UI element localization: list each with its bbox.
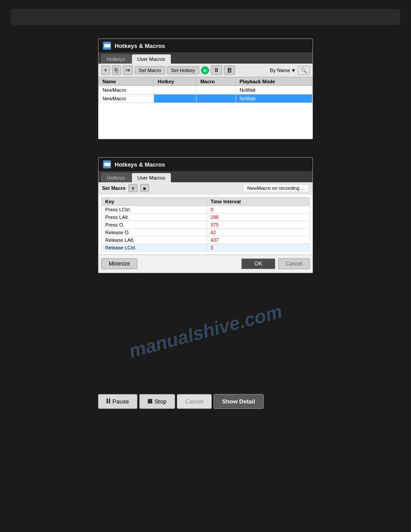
- set-macro-label: Set Macro: [102, 185, 126, 191]
- pause-recording-button[interactable]: ⏸: [128, 184, 137, 192]
- cancel-button[interactable]: Cancel: [278, 258, 310, 269]
- watermark-area: manualshive.com: [98, 291, 313, 372]
- panel1-title-bar: ⌨ Hotkeys & Macros: [98, 39, 313, 52]
- key-name: Release LAlt.: [102, 236, 207, 244]
- table-row[interactable]: Press O. 375: [102, 221, 310, 229]
- cancel-bottom-label: Cancel: [185, 398, 203, 405]
- stop-label: Stop: [154, 398, 167, 405]
- pause-icon: [107, 398, 110, 405]
- stop-recording-button[interactable]: ■: [140, 184, 149, 192]
- table-row[interactable]: Press LAlt. 296: [102, 214, 310, 221]
- delete-button[interactable]: 🗑: [224, 65, 235, 75]
- tab-user-macros-1[interactable]: User Macros: [132, 54, 171, 64]
- set-hotkey-button[interactable]: Set Hotkey: [167, 66, 199, 74]
- col-name: Name: [99, 77, 154, 86]
- table-row[interactable]: Release LAlt. 437: [102, 236, 310, 244]
- watermark-text: manualshive.com: [127, 300, 285, 362]
- panel2-title: Hotkeys & Macros: [115, 161, 165, 168]
- macros-table: Name Hotkey Macro Playback Mode NewMacro…: [98, 77, 313, 103]
- import-button[interactable]: ⎘: [112, 65, 121, 75]
- tab-hotkeys-1[interactable]: Hotkeys: [101, 54, 131, 64]
- sort-label: By Name: [270, 68, 290, 73]
- key-interval: 375: [207, 221, 310, 229]
- panel1-title: Hotkeys & Macros: [115, 43, 165, 49]
- tab-hotkeys-2[interactable]: Hotkeys: [101, 173, 131, 182]
- panel2-tabs: Hotkeys User Macros: [98, 171, 313, 182]
- panel1-icon: ⌨: [103, 42, 111, 50]
- panel2-title-bar: ⌨ Hotkeys & Macros: [98, 158, 313, 171]
- table-row[interactable]: NewMacro NoWait: [99, 86, 313, 94]
- tab-user-macros-2[interactable]: User Macros: [132, 173, 171, 182]
- cell-hotkey: [154, 94, 197, 103]
- col-interval: Time Interval: [207, 197, 310, 206]
- cancel-bottom-button[interactable]: Cancel: [177, 394, 212, 409]
- table-row[interactable]: NewMacro NoWait: [99, 94, 313, 103]
- recording-status: NewMacro on recording ...: [243, 184, 309, 192]
- col-key: Key: [102, 197, 207, 206]
- key-name: Release O.: [102, 229, 207, 236]
- search-button[interactable]: 🔍: [298, 66, 310, 75]
- add-macro-button[interactable]: +: [101, 65, 110, 75]
- key-name: Release LCtrl.: [102, 244, 207, 252]
- key-table-container: Key Time Interval Press LCtrl. 0 Press L…: [98, 194, 313, 254]
- cell-playback: NoWait: [235, 86, 312, 94]
- show-detail-label: Show Detail: [222, 398, 255, 405]
- sort-dropdown[interactable]: By Name ▼: [270, 68, 296, 73]
- col-hotkey: Hotkey: [154, 77, 197, 86]
- pause-label: Pause: [112, 398, 129, 405]
- set-macro-bar: Set Macro ⏸ ■ NewMacro on recording ...: [98, 182, 313, 194]
- cell-macro: [197, 94, 236, 103]
- key-interval: 0: [207, 244, 310, 252]
- pause-button[interactable]: Pause: [98, 394, 137, 409]
- cell-name-editing[interactable]: NewMacro: [99, 94, 154, 103]
- export-button[interactable]: ⇒: [123, 65, 133, 75]
- key-name: Press O.: [102, 221, 207, 229]
- top-bar: [11, 9, 400, 25]
- hotkeys-macros-panel-2: ⌨ Hotkeys & Macros Hotkeys User Macros S…: [98, 157, 313, 273]
- show-detail-button[interactable]: Show Detail: [214, 394, 264, 409]
- key-name: Press LCtrl.: [102, 206, 207, 214]
- col-macro: Macro: [197, 77, 236, 86]
- pause-record-button[interactable]: ⏸: [211, 65, 222, 75]
- sort-arrow-icon: ▼: [291, 68, 296, 73]
- key-interval: 0: [207, 206, 310, 214]
- stop-button[interactable]: Stop: [139, 394, 175, 409]
- col-playback: Playback Mode: [235, 77, 312, 86]
- panel1-body: Name Hotkey Macro Playback Mode NewMacro…: [98, 77, 313, 139]
- bottom-toolbar: Pause Stop Cancel Show Detail: [98, 394, 313, 409]
- stop-icon: [148, 398, 152, 405]
- ok-button[interactable]: OK: [241, 258, 275, 269]
- panel1-toolbar: + ⎘ ⇒ Set Macro Set Hotkey ● ⏸ 🗑 By Name…: [98, 64, 313, 77]
- hotkeys-macros-panel-1: ⌨ Hotkeys & Macros Hotkeys User Macros +…: [98, 39, 313, 139]
- cell-name: NewMacro: [99, 86, 154, 94]
- key-interval: 296: [207, 214, 310, 221]
- table-row[interactable]: Press LCtrl. 0: [102, 206, 310, 214]
- panel2-footer: Minimize OK Cancel: [98, 254, 313, 273]
- key-interval: 62: [207, 229, 310, 236]
- table-row[interactable]: Release LCtrl. 0: [102, 244, 310, 252]
- panel1-tabs: Hotkeys User Macros: [98, 52, 313, 64]
- panel2-icon: ⌨: [103, 160, 111, 168]
- key-recording-table: Key Time Interval Press LCtrl. 0 Press L…: [101, 197, 310, 252]
- key-interval: 437: [207, 236, 310, 244]
- cell-playback: NoWait: [235, 94, 312, 103]
- cell-macro: [197, 86, 236, 94]
- set-macro-button[interactable]: Set Macro: [135, 66, 165, 74]
- cell-hotkey: [154, 86, 197, 94]
- table-row[interactable]: Release O. 62: [102, 229, 310, 236]
- key-name: Press LAlt.: [102, 214, 207, 221]
- record-button[interactable]: ●: [201, 66, 209, 74]
- minimize-button[interactable]: Minimize: [101, 258, 137, 269]
